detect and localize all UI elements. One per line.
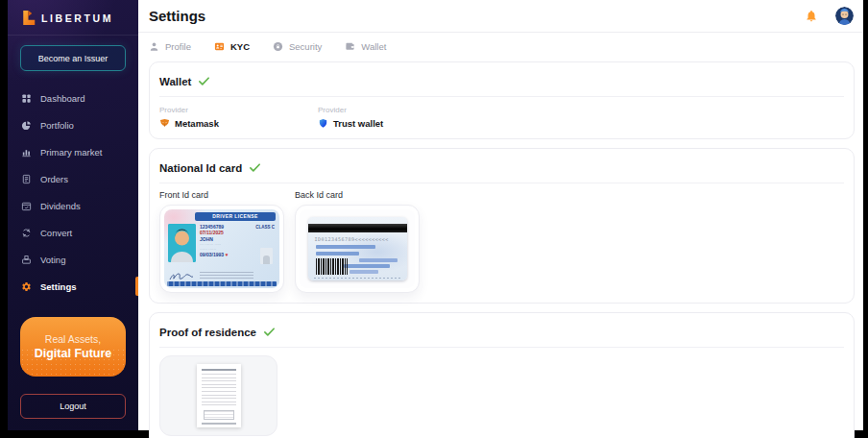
sidebar-item-label: Settings bbox=[40, 281, 76, 292]
document-boxed-paragraph bbox=[204, 410, 234, 420]
trustwallet-icon bbox=[318, 118, 328, 129]
provider-metamask: Provider Metamask bbox=[159, 106, 318, 129]
user-avatar[interactable] bbox=[835, 7, 854, 25]
bell-icon bbox=[805, 9, 818, 23]
brand-name: LIBERTUM bbox=[41, 12, 113, 24]
section-title: Wallet bbox=[159, 76, 191, 87]
license-ghost-photo bbox=[260, 248, 273, 264]
app-window: LIBERTUM Become an Issuer Dashboard Port… bbox=[8, 0, 863, 430]
sidebar-item-dashboard[interactable]: Dashboard bbox=[8, 85, 138, 111]
page-title: Settings bbox=[149, 8, 803, 24]
license-signature bbox=[169, 273, 194, 281]
become-issuer-button[interactable]: Become an Issuer bbox=[20, 45, 126, 71]
tab-profile[interactable]: Profile bbox=[149, 41, 191, 52]
convert-icon bbox=[21, 228, 32, 238]
license-dob: 09/03/1993 ♥ bbox=[200, 252, 228, 257]
license-class: CLASS C bbox=[255, 225, 275, 230]
wallet-providers: Provider Metamask Provider bbox=[159, 97, 844, 129]
profile-icon bbox=[149, 41, 159, 52]
provider-name-row: Trust wallet bbox=[318, 118, 844, 129]
barcode bbox=[316, 258, 348, 275]
orders-icon bbox=[21, 174, 32, 184]
sidebar-item-label: Convert bbox=[40, 228, 72, 238]
document-footer-line bbox=[202, 423, 236, 425]
front-id-column: Front Id card DRIVER LICENSE bbox=[159, 190, 284, 293]
license-bottom-bar bbox=[167, 281, 277, 286]
settings-tabs: Profile KYC Security bbox=[138, 33, 863, 59]
mrz-text: ID0123456789<<<<<<<<<< bbox=[315, 236, 389, 242]
sidebar-item-voting[interactable]: Voting bbox=[8, 246, 138, 273]
dotted-line bbox=[314, 278, 401, 279]
provider-name: Trust wallet bbox=[333, 118, 383, 129]
verified-check-icon bbox=[263, 326, 276, 338]
license-micro-text bbox=[200, 272, 253, 280]
sidebar-item-label: Voting bbox=[40, 255, 65, 265]
notifications-button[interactable] bbox=[803, 8, 820, 25]
promo-line2: Digital Future bbox=[35, 347, 112, 360]
sidebar-item-label: Orders bbox=[40, 174, 68, 184]
sidebar-item-orders[interactable]: Orders bbox=[8, 165, 138, 192]
sidebar-item-label: Portfolio bbox=[40, 120, 74, 131]
sidebar-item-primary-market[interactable]: Primary market bbox=[8, 138, 138, 165]
license-photo bbox=[168, 224, 196, 262]
tab-label: KYC bbox=[230, 41, 250, 52]
verified-check-icon bbox=[198, 75, 210, 87]
provider-label: Provider bbox=[318, 106, 844, 114]
license-address-lines: ··· ······· ··········· ······ bbox=[200, 242, 228, 252]
driver-license-front-image: DRIVER LICENSE 123456789 bbox=[164, 209, 279, 288]
tab-label: Profile bbox=[165, 41, 191, 52]
sidebar-item-label: Dividends bbox=[40, 201, 81, 211]
license-expiry: 07/11/2025 bbox=[200, 230, 228, 235]
sidebar: LIBERTUM Become an Issuer Dashboard Port… bbox=[8, 0, 138, 430]
document-text-lines bbox=[202, 374, 236, 408]
section-title: Proof of residence bbox=[159, 327, 256, 338]
front-id-label: Front Id card bbox=[159, 190, 284, 200]
kyc-content: Wallet Provider Metamask bbox=[138, 59, 863, 438]
active-nav-indicator bbox=[135, 277, 138, 296]
main-content: Settings Profile bbox=[138, 0, 863, 430]
logout-button[interactable]: Logout bbox=[20, 394, 126, 419]
libertum-l-icon bbox=[21, 10, 36, 26]
redacted-bar bbox=[316, 245, 375, 249]
provider-label: Provider bbox=[159, 106, 318, 114]
dashboard-icon bbox=[21, 93, 32, 104]
document-heading-line bbox=[202, 369, 236, 371]
proof-section-header: Proof of residence bbox=[159, 322, 844, 348]
wallet-section: Wallet Provider Metamask bbox=[149, 61, 855, 139]
sidebar-item-convert[interactable]: Convert bbox=[8, 219, 138, 246]
dividends-icon bbox=[21, 201, 32, 211]
settings-icon bbox=[21, 281, 32, 292]
primary-market-icon bbox=[21, 147, 32, 158]
magnetic-stripe bbox=[308, 224, 407, 232]
redacted-bar bbox=[350, 270, 378, 274]
tab-label: Security bbox=[289, 41, 322, 52]
sidebar-nav: Dashboard Portfolio Primary market Order… bbox=[8, 85, 138, 300]
sidebar-item-portfolio[interactable]: Portfolio bbox=[8, 111, 138, 138]
donor-heart-icon: ♥ bbox=[225, 252, 228, 257]
provider-name-row: Metamask bbox=[159, 118, 318, 129]
front-id-thumbnail[interactable]: DRIVER LICENSE 123456789 bbox=[159, 205, 284, 293]
security-icon bbox=[273, 41, 283, 52]
redacted-bar bbox=[344, 264, 390, 268]
wallet-icon bbox=[345, 41, 355, 52]
tab-kyc[interactable]: KYC bbox=[214, 41, 250, 52]
id-card-thumbnails: Front Id card DRIVER LICENSE bbox=[159, 190, 844, 293]
sidebar-item-dividends[interactable]: Dividends bbox=[8, 192, 138, 219]
avatar-image bbox=[835, 7, 854, 25]
sidebar-item-label: Primary market bbox=[40, 147, 102, 158]
proof-of-residence-section: Proof of residence bbox=[149, 312, 855, 438]
portfolio-icon bbox=[21, 120, 32, 131]
tab-wallet[interactable]: Wallet bbox=[345, 41, 386, 52]
tab-security[interactable]: Security bbox=[273, 41, 322, 52]
sidebar-item-settings[interactable]: Settings bbox=[8, 273, 138, 300]
back-id-thumbnail[interactable]: ID0123456789<<<<<<<<<< bbox=[295, 205, 420, 293]
verified-check-icon bbox=[249, 161, 261, 174]
license-title: DRIVER LICENSE bbox=[195, 212, 276, 221]
proof-document-thumbnail[interactable] bbox=[159, 355, 277, 436]
promo-banner[interactable]: Real Assets, Digital Future bbox=[20, 317, 126, 377]
provider-name: Metamask bbox=[175, 118, 219, 129]
redacted-bar bbox=[316, 252, 359, 256]
metamask-icon bbox=[159, 118, 170, 129]
voting-icon bbox=[21, 255, 32, 265]
id-back-image: ID0123456789<<<<<<<<<< bbox=[300, 209, 415, 288]
